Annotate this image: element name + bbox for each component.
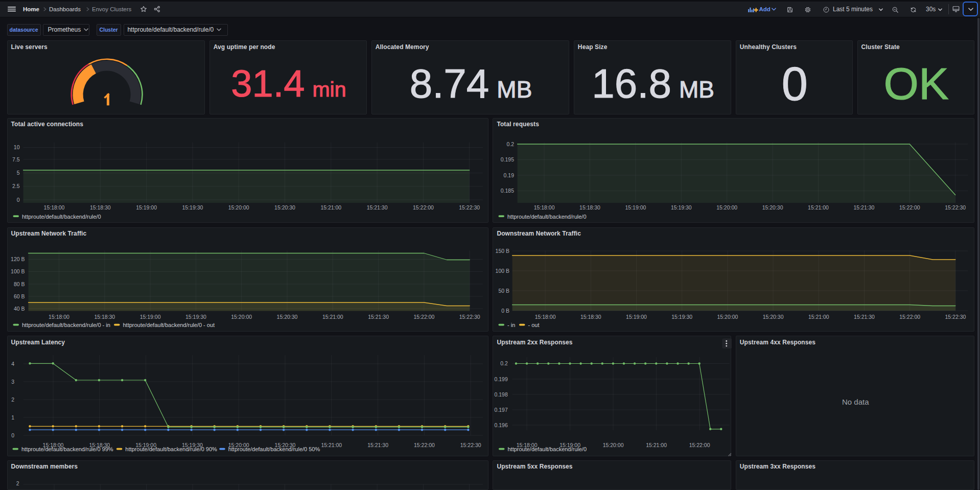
svg-text:15:19:00: 15:19:00 xyxy=(139,314,160,320)
svg-text:15:18:30: 15:18:30 xyxy=(579,205,600,211)
svg-text:15:22:00: 15:22:00 xyxy=(412,205,433,211)
svg-text:15:22:00: 15:22:00 xyxy=(900,314,921,320)
svg-text:15:19:00: 15:19:00 xyxy=(626,314,647,320)
svg-text:15:18:00: 15:18:00 xyxy=(534,205,555,211)
svg-text:15:20:00: 15:20:00 xyxy=(717,314,738,320)
svg-text:0.196: 0.196 xyxy=(495,423,508,428)
svg-text:httproute/default/backend/rule: httproute/default/backend/rule/0 xyxy=(21,213,101,219)
svg-text:15:20:30: 15:20:30 xyxy=(762,205,783,211)
svg-text:15:19:30: 15:19:30 xyxy=(185,314,206,320)
svg-text:150 B: 150 B xyxy=(496,248,509,253)
svg-text:15:21:00: 15:21:00 xyxy=(320,205,341,211)
svg-text:httproute/default/backend/rule: httproute/default/backend/rule/0 xyxy=(507,213,587,219)
svg-text:120 B: 120 B xyxy=(11,256,25,262)
svg-text:0: 0 xyxy=(16,197,19,202)
svg-text:2.5: 2.5 xyxy=(12,183,19,189)
svg-text:15:19:00: 15:19:00 xyxy=(625,205,646,211)
svg-text:15:21:30: 15:21:30 xyxy=(368,314,389,320)
svg-text:- out: - out xyxy=(528,322,540,328)
svg-text:15:20:00: 15:20:00 xyxy=(228,205,249,211)
svg-text:50 B: 50 B xyxy=(499,288,510,293)
svg-text:15:21:00: 15:21:00 xyxy=(322,314,343,320)
svg-text:5: 5 xyxy=(16,170,19,176)
svg-text:100 B: 100 B xyxy=(11,269,25,274)
svg-text:httproute/default/backend/rule: httproute/default/backend/rule/0 90% xyxy=(125,446,217,452)
svg-text:15:22:30: 15:22:30 xyxy=(945,205,966,211)
svg-text:15:22:30: 15:22:30 xyxy=(459,314,480,320)
svg-text:15:18:30: 15:18:30 xyxy=(89,205,110,211)
svg-text:httproute/default/backend/rule: httproute/default/backend/rule/0 50% xyxy=(228,446,320,452)
svg-text:15:22:00: 15:22:00 xyxy=(413,314,434,320)
svg-text:15:19:30: 15:19:30 xyxy=(182,205,203,211)
svg-text:0.198: 0.198 xyxy=(495,392,508,398)
svg-text:15:20:00: 15:20:00 xyxy=(603,442,624,448)
svg-text:0.2: 0.2 xyxy=(507,141,515,147)
svg-text:2: 2 xyxy=(16,480,19,486)
svg-text:0.185: 0.185 xyxy=(501,188,514,194)
svg-text:- in: - in xyxy=(507,322,515,328)
svg-text:10: 10 xyxy=(13,145,19,150)
svg-text:15:20:30: 15:20:30 xyxy=(276,314,297,320)
svg-text:15:21:30: 15:21:30 xyxy=(366,205,387,211)
svg-text:15:22:30: 15:22:30 xyxy=(460,442,481,448)
svg-text:15:18:30: 15:18:30 xyxy=(580,314,601,320)
svg-text:15:20:30: 15:20:30 xyxy=(763,314,784,320)
svg-text:4: 4 xyxy=(11,361,14,367)
svg-text:15:21:00: 15:21:00 xyxy=(808,205,829,211)
svg-text:httproute/default/backend/rule: httproute/default/backend/rule/0 99% xyxy=(21,446,113,452)
svg-text:7.5: 7.5 xyxy=(12,156,19,162)
svg-text:0: 0 xyxy=(11,433,14,438)
svg-text:15:18:00: 15:18:00 xyxy=(49,314,69,320)
svg-text:0.195: 0.195 xyxy=(501,157,514,162)
svg-text:15:22:30: 15:22:30 xyxy=(459,205,480,211)
svg-text:15:21:30: 15:21:30 xyxy=(854,205,875,211)
svg-text:3: 3 xyxy=(11,379,14,385)
svg-text:15:18:30: 15:18:30 xyxy=(94,314,115,320)
svg-text:2: 2 xyxy=(11,397,14,403)
svg-text:15:20:00: 15:20:00 xyxy=(717,205,738,211)
svg-text:15:21:30: 15:21:30 xyxy=(854,314,875,320)
svg-text:15:19:30: 15:19:30 xyxy=(671,205,692,211)
svg-text:100 B: 100 B xyxy=(496,268,509,273)
svg-text:15:20:30: 15:20:30 xyxy=(274,205,295,211)
svg-text:15:22:00: 15:22:00 xyxy=(689,442,710,448)
svg-text:15:22:00: 15:22:00 xyxy=(413,442,434,448)
svg-text:40 B: 40 B xyxy=(13,306,25,311)
svg-text:0.197: 0.197 xyxy=(495,407,508,413)
svg-text:15:19:00: 15:19:00 xyxy=(136,205,157,211)
svg-text:0.19: 0.19 xyxy=(504,172,515,178)
svg-text:15:21:00: 15:21:00 xyxy=(321,442,342,448)
svg-text:15:21:00: 15:21:00 xyxy=(646,442,667,448)
svg-text:httproute/default/backend/rule: httproute/default/backend/rule/0 - in xyxy=(21,322,110,328)
svg-text:httproute/default/backend/rule: httproute/default/backend/rule/0 - out xyxy=(123,322,215,328)
svg-text:httproute/default/backend/rule: httproute/default/backend/rule/0 xyxy=(508,446,587,452)
svg-text:60 B: 60 B xyxy=(13,293,25,299)
svg-text:15:22:00: 15:22:00 xyxy=(899,205,920,211)
svg-text:1: 1 xyxy=(11,415,14,421)
svg-text:80 B: 80 B xyxy=(13,281,25,287)
svg-text:0.2: 0.2 xyxy=(501,361,508,366)
svg-text:15:18:00: 15:18:00 xyxy=(535,314,556,320)
svg-text:15:18:00: 15:18:00 xyxy=(43,205,64,211)
svg-text:15:22:30: 15:22:30 xyxy=(945,314,966,320)
svg-text:15:19:30: 15:19:30 xyxy=(672,314,693,320)
svg-text:0.199: 0.199 xyxy=(495,377,508,382)
svg-text:0 B: 0 B xyxy=(502,308,510,313)
svg-text:15:21:00: 15:21:00 xyxy=(808,314,829,320)
svg-text:15:21:30: 15:21:30 xyxy=(367,442,388,448)
svg-text:15:20:00: 15:20:00 xyxy=(231,314,252,320)
